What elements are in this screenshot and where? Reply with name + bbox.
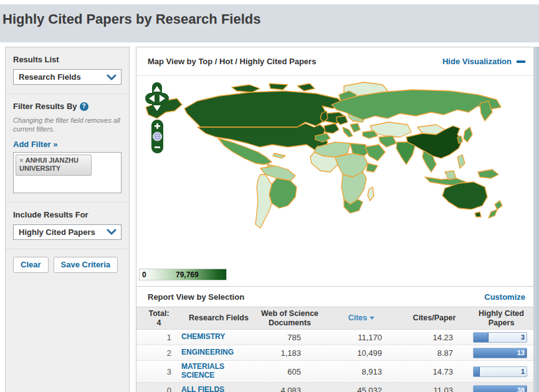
map-controls: [144, 81, 171, 157]
include-results-dropdown[interactable]: Highly Cited Papers: [13, 224, 122, 240]
field-link[interactable]: MATERIALS SCIENCE: [181, 363, 241, 380]
scrollbar[interactable]: [534, 47, 539, 392]
col-total: Total:4: [136, 309, 181, 327]
col-cites-sort[interactable]: Cites: [323, 313, 399, 322]
map-region: [457, 136, 462, 143]
include-results-heading: Include Results For: [13, 210, 122, 219]
rank: 1: [136, 333, 181, 342]
map-region: [255, 174, 272, 228]
wos-documents: 4,083: [256, 386, 323, 392]
map-region: [336, 116, 348, 125]
rank: 2: [136, 348, 181, 358]
highly-cited-value: 1: [521, 368, 525, 375]
legend-min-value: 0: [142, 270, 146, 279]
map-region: [396, 142, 415, 165]
filter-box: ×ANHUI JIANZHU UNIVERSITY: [13, 152, 122, 193]
help-icon[interactable]: ?: [80, 102, 88, 111]
map-region: [445, 171, 456, 179]
results-list-selected: Research Fields: [19, 72, 81, 82]
map-region: [365, 145, 385, 161]
col-highly-cited: Highly Cited Papers: [469, 309, 533, 327]
highly-cited-bar-cell: 38: [469, 385, 533, 392]
cites: 45,032: [323, 386, 399, 392]
include-results-selected: Highly Cited Papers: [19, 227, 95, 237]
customize-link[interactable]: Customize: [484, 292, 525, 302]
results-list-heading: Results List: [13, 55, 122, 64]
highly-cited-value: 3: [521, 333, 525, 341]
bar-fill: [474, 333, 489, 342]
cites-per-paper: 14.73: [399, 367, 469, 376]
highly-cited-value: 38: [517, 386, 525, 392]
zoom-control[interactable]: [151, 120, 163, 153]
save-criteria-button[interactable]: Save Criteria: [54, 257, 118, 273]
zoom-out-icon: [155, 146, 160, 148]
rank: 3: [136, 367, 181, 376]
sort-desc-icon: [370, 317, 374, 320]
map-region: [442, 182, 487, 209]
cites-per-paper: 14.23: [399, 333, 469, 342]
hide-visualization-link[interactable]: Hide Visualization: [442, 57, 525, 66]
map-region: [343, 127, 353, 137]
rank: 0: [136, 386, 181, 392]
cites: 8,913: [323, 367, 399, 376]
map-region: [366, 163, 378, 172]
map-region: [273, 153, 285, 158]
map-region: [379, 136, 396, 147]
highly-cited-bar-cell: 13: [469, 348, 533, 358]
results-list-section: Results List Research Fields: [6, 47, 129, 94]
map-region: [368, 187, 374, 201]
page-header: Highly Cited Papers by Research Fields: [0, 4, 539, 42]
map-region: [489, 209, 497, 218]
map-view-title: Map View by Top / Hot / Highly Cited Pap…: [148, 57, 316, 66]
col-research-fields: Research Fields: [181, 313, 256, 322]
cites: 11,170: [323, 333, 399, 342]
world-map[interactable]: [138, 77, 531, 264]
add-filter-link[interactable]: Add Filter »: [13, 140, 58, 149]
field-link[interactable]: ENGINEERING: [181, 348, 256, 357]
highly-cited-bar: 1: [473, 366, 527, 377]
map-region: [269, 84, 288, 90]
filter-tag-label: ANHUI JIANZHU UNIVERSITY: [19, 156, 79, 173]
legend-max-value: 79,769: [176, 270, 199, 279]
map-region: [350, 123, 360, 132]
cites: 10,499: [323, 348, 399, 358]
remove-filter-icon[interactable]: ×: [19, 156, 23, 164]
highly-cited-bar-cell: 3: [469, 332, 533, 343]
cites-per-paper: 8.87: [399, 348, 469, 358]
field-link[interactable]: ALL FIELDS: [181, 386, 256, 392]
highly-cited-bar-cell: 1: [469, 366, 533, 377]
table-row: 0 ALL FIELDS 4,083 45,032 11.03 38: [136, 383, 533, 392]
map-view-header: Map View by Top / Hot / Highly Cited Pap…: [136, 47, 533, 76]
filter-note: Changing the filter field removes all cu…: [13, 116, 122, 134]
map-region: [464, 127, 472, 142]
filter-tag[interactable]: ×ANHUI JIANZHU UNIVERSITY: [16, 155, 92, 176]
filter-section: Filter Results By? Changing the filter f…: [6, 94, 129, 203]
wos-documents: 605: [256, 367, 323, 376]
field-link[interactable]: CHEMISTRY: [181, 333, 256, 342]
highly-cited-bar: 38: [473, 385, 527, 392]
pan-control[interactable]: [145, 82, 169, 115]
report-view-title: Report View by Selection: [148, 292, 244, 302]
report-table: Total:4 Research Fields Web of Science D…: [136, 307, 533, 392]
map-area: [136, 76, 533, 267]
highly-cited-bar: 3: [473, 332, 527, 343]
wos-documents: 785: [256, 333, 323, 342]
map-region: [457, 155, 465, 168]
map-region: [324, 123, 339, 133]
map-region: [184, 91, 346, 127]
map-legend: 0 79,769: [139, 269, 227, 280]
map-region: [297, 84, 315, 91]
highly-cited-bar: 13: [473, 348, 527, 358]
col-cites-per-paper: Cites/Paper: [399, 313, 469, 322]
results-list-dropdown[interactable]: Research Fields: [13, 69, 122, 85]
clear-button[interactable]: Clear: [13, 257, 49, 273]
globe-icon: [153, 132, 162, 141]
minus-icon: [517, 60, 525, 63]
filter-heading: Filter Results By?: [13, 102, 122, 111]
table-header-row: Total:4 Research Fields Web of Science D…: [136, 307, 533, 330]
map-region: [475, 212, 481, 217]
bar-fill: [474, 367, 480, 376]
chevron-down-icon: [107, 229, 117, 235]
sidebar: Results List Research Fields Filter Resu…: [5, 47, 130, 392]
map-region: [495, 201, 502, 209]
